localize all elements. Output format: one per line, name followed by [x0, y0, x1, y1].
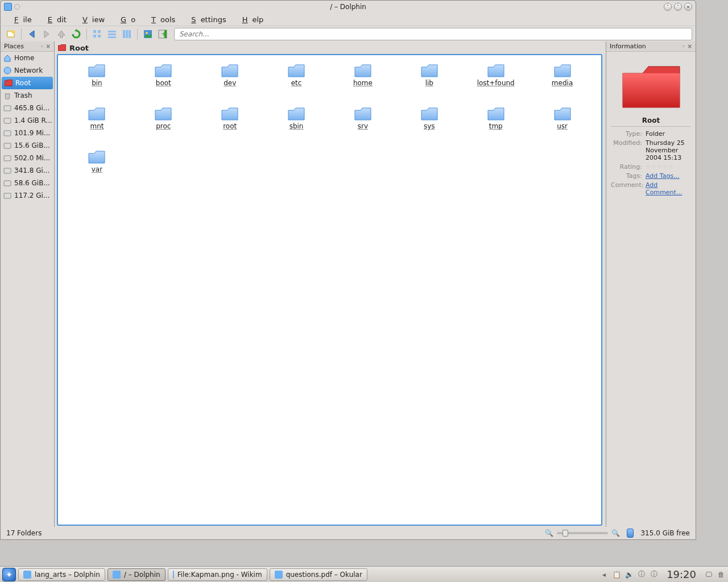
tray-info-icon[interactable]: ⓘ: [637, 570, 646, 579]
tray-desktop-icon[interactable]: 🖵: [704, 570, 713, 579]
icons-view-button[interactable]: [90, 27, 104, 41]
forward-button[interactable]: [40, 27, 53, 41]
folder-srv[interactable]: srv: [330, 104, 396, 147]
folder-bin[interactable]: bin: [64, 61, 130, 104]
svg-rect-18: [4, 106, 11, 111]
clock[interactable]: 19:20: [662, 568, 701, 580]
folder-icon: [287, 63, 305, 78]
places-item-label: 1.4 GiB R...: [14, 117, 52, 124]
new-tab-button[interactable]: [4, 27, 18, 41]
close-button[interactable]: ×: [684, 3, 692, 11]
menu-edit[interactable]: Edit: [39, 14, 71, 25]
zoom-control[interactable]: 🔍 🔍: [545, 529, 620, 537]
up-button[interactable]: [55, 27, 68, 41]
places-item-15-6-gib-[interactable]: 15.6 GiB...: [1, 139, 54, 152]
places-item-network[interactable]: Network: [1, 64, 54, 77]
folder-tmp[interactable]: tmp: [462, 104, 529, 147]
info-detach-icon[interactable]: ◦: [682, 43, 685, 49]
places-close-icon[interactable]: ×: [46, 43, 51, 49]
folder-home[interactable]: home: [330, 61, 396, 104]
folder-label: sbin: [289, 122, 304, 130]
svg-rect-19: [4, 118, 11, 123]
search-box[interactable]: [174, 28, 692, 40]
folder-etc[interactable]: etc: [263, 61, 330, 104]
folder-icon: [354, 63, 372, 78]
places-item-1-4-gib-r-[interactable]: 1.4 GiB R...: [1, 114, 54, 127]
zoom-in-icon[interactable]: 🔍: [611, 529, 620, 537]
system-tray: ◂ 📋 🔉 ⓘ ⓘ 19:20 🖵 🗑: [599, 568, 726, 580]
places-item-502-0-mi-[interactable]: 502.0 Mi...: [1, 152, 54, 164]
task-file-kapman-png-wiki[interactable]: File:Kapman.png - Wikim: [168, 568, 267, 581]
menubar: File Edit View Go Tools Settings Help: [1, 13, 696, 26]
folder-mnt[interactable]: mnt: [64, 104, 130, 147]
zoom-slider[interactable]: [557, 532, 608, 534]
folder-icon: [154, 63, 172, 78]
places-detach-icon[interactable]: ◦: [40, 43, 44, 49]
task-app-icon: [275, 571, 283, 579]
folder-usr[interactable]: usr: [529, 104, 595, 147]
add-tags-link[interactable]: Add Tags...: [646, 172, 680, 180]
search-input[interactable]: [174, 28, 692, 40]
menu-tools[interactable]: Tools: [142, 14, 180, 25]
tray-clipboard-icon[interactable]: 📋: [612, 570, 621, 579]
menu-go[interactable]: Go: [111, 14, 140, 25]
folder-dev[interactable]: dev: [197, 61, 263, 104]
kickoff-menu-button[interactable]: ✦: [2, 568, 16, 581]
reload-button[interactable]: [69, 27, 83, 41]
svg-rect-4: [93, 35, 96, 38]
menu-view[interactable]: View: [73, 14, 109, 25]
disk-usage-icon: [627, 529, 634, 538]
info-rating-value: ☆☆☆☆☆: [646, 163, 691, 171]
menu-settings[interactable]: Settings: [182, 14, 230, 25]
task-questions-pdf-okular[interactable]: questions.pdf – Okular: [270, 568, 367, 581]
svg-rect-22: [4, 156, 11, 161]
svg-rect-24: [4, 181, 11, 186]
folder-icon: [221, 63, 239, 78]
add-comment-link[interactable]: Add Comment...: [646, 181, 682, 196]
menu-help[interactable]: Help: [233, 14, 268, 25]
tray-arrow-icon[interactable]: ◂: [599, 570, 609, 579]
places-item-101-9-mi-[interactable]: 101.9 Mi...: [1, 127, 54, 139]
svg-point-13: [146, 32, 148, 34]
folder-lost-found[interactable]: lost+found: [462, 61, 529, 104]
folder-lib[interactable]: lib: [396, 61, 462, 104]
folder-label: lib: [425, 79, 433, 87]
places-item-117-2-gi-[interactable]: 117.2 Gi...: [1, 189, 54, 202]
split-button[interactable]: +: [156, 27, 169, 41]
folder-proc[interactable]: proc: [130, 104, 197, 147]
menu-file[interactable]: File: [5, 14, 36, 25]
places-item-home[interactable]: Home: [1, 52, 54, 64]
task--dolphin[interactable]: / – Dolphin: [107, 568, 166, 581]
tray-volume-icon[interactable]: 🔉: [624, 570, 634, 579]
places-item-58-6-gib-[interactable]: 58.6 GiB...: [1, 177, 54, 189]
zoom-out-icon[interactable]: 🔍: [545, 529, 553, 537]
tray-info2-icon[interactable]: ⓘ: [650, 570, 659, 579]
folder-label: boot: [156, 79, 171, 87]
folder-media[interactable]: media: [529, 61, 595, 104]
drive-icon: [3, 103, 12, 113]
breadcrumb[interactable]: Root: [55, 41, 606, 54]
folder-sys[interactable]: sys: [396, 104, 462, 147]
folder-sbin[interactable]: sbin: [263, 104, 330, 147]
places-item-trash[interactable]: Trash: [1, 89, 54, 102]
back-button[interactable]: [25, 27, 39, 41]
information-panel: Information ◦× Root Type: Folder Modifie…: [606, 41, 696, 527]
info-close-icon[interactable]: ×: [688, 43, 692, 49]
details-view-button[interactable]: [105, 27, 119, 41]
places-item-label: Trash: [14, 92, 32, 99]
folder-boot[interactable]: boot: [130, 61, 197, 104]
titlebar[interactable]: / – Dolphin ˅ ˄ ×: [1, 1, 696, 13]
folder-root[interactable]: root: [197, 104, 263, 147]
folder-var[interactable]: var: [64, 147, 130, 190]
places-item-341-8-gi-[interactable]: 341.8 Gi...: [1, 164, 54, 177]
places-item-label: 341.8 Gi...: [14, 167, 49, 174]
file-view[interactable]: binbootdevetchomeliblost+foundmediamntpr…: [57, 54, 602, 526]
places-item-root[interactable]: Root: [2, 77, 53, 89]
columns-view-button[interactable]: [120, 27, 134, 41]
places-item-465-8-gi-[interactable]: 465.8 Gi...: [1, 102, 54, 114]
task-lang-arts-dolphin[interactable]: lang_arts – Dolphin: [18, 568, 105, 581]
minimize-button[interactable]: ˅: [664, 3, 672, 11]
maximize-button[interactable]: ˄: [674, 3, 682, 11]
preview-button[interactable]: [141, 27, 155, 41]
tray-trash-icon[interactable]: 🗑: [717, 570, 726, 579]
